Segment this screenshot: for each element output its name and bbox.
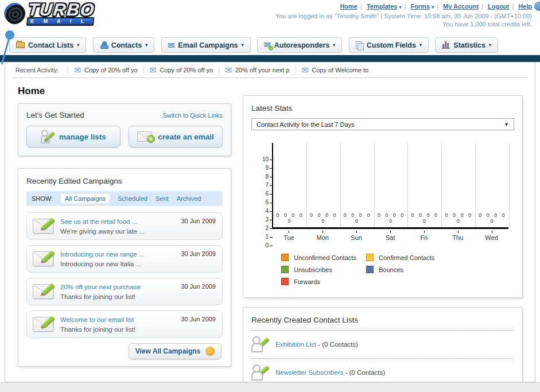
page-title: Home [18,86,231,97]
legend-label: Unsubscribes [294,266,332,273]
campaign-link[interactable]: Introducing our new range ... [60,251,144,258]
contact-list-link[interactable]: Newsletter Subscribers [275,369,343,376]
x-tick-mark [390,231,391,233]
legend-swatch [281,278,289,285]
filter-scheduled[interactable]: Scheduled [118,195,147,202]
manage-lists-button[interactable]: manage lists [26,126,121,148]
contact-list-row[interactable]: Newsletter Subscribers - (0 Contacts) [251,364,514,381]
legend-swatch [366,266,374,273]
tab-statistics[interactable]: Statistics ▾ [435,37,498,53]
campaign-link[interactable]: 20% off your next purchase [60,284,141,290]
latest-stats-panel: Latest Stats Contact Activity for the La… [243,95,523,298]
switch-quick-links-link[interactable]: Switch to Quick Links [162,112,223,119]
campaign-row[interactable]: 20% off your next purchase Thanks for jo… [26,278,223,305]
nav-link-my-account[interactable]: My Account [443,3,479,10]
view-all-campaigns-button[interactable]: View All Campaigns → [129,343,222,359]
legend-swatch [281,266,289,273]
filter-archived[interactable]: Archived [177,195,201,202]
y-tick-label: 3 [251,217,269,223]
recent-activity-item[interactable]: ✉Copy of 20% off yo [68,66,143,74]
y-tick-label: 7 [251,183,269,188]
contact-count: - (0 Contacts) [345,369,385,376]
y-tick-label: 1 [251,234,269,240]
campaign-list: See us at the retail food ... We're givi… [26,212,223,338]
app-window: TURBO E M A I L Home| Templates ▾| Forms… [0,0,540,392]
x-tick-mark [356,231,357,233]
nav-link-forms[interactable]: Forms [410,3,430,10]
dropdown-caret-icon: ▾ [333,42,335,48]
dropdown-caret-icon: ▾ [489,42,491,48]
create-email-button[interactable]: + create an email [129,126,223,148]
legend-item: Unconfirmed Contacts [281,254,366,261]
person-edit-icon [251,336,269,353]
recent-campaigns-panel: Recently Edited Campaigns SHOW: All Camp… [18,168,231,367]
data-values-label: 0 0 0 0 0 [307,212,341,224]
main-nav-tabbar: Contact Lists ▾ Contacts ▾ ✉ Email Campa… [0,36,540,55]
x-tick-label: Sat [374,234,407,241]
y-tick-label: 2 [251,226,269,231]
legend-label: Confirmed Contacts [379,254,434,261]
right-column: Latest Stats Contact Activity for the La… [243,95,523,382]
dropdown-caret-icon: ▾ [399,5,402,10]
campaign-row[interactable]: Welcome to our email list Thanks for joi… [26,311,223,338]
envelope-edit-icon [33,317,53,332]
x-tick-label: Wed [475,234,508,241]
nav-link-logout[interactable]: Logout [488,3,509,10]
envelope-icon: ✉ [168,41,175,49]
y-tick-label: 0 [251,243,269,249]
campaign-link[interactable]: Welcome to our email list [60,316,134,323]
y-tick-mark [270,194,273,195]
nav-link-templates[interactable]: Templates [367,3,398,10]
legend-item: Forwards [281,278,366,285]
campaign-date: 30 Jun 2009 [181,218,216,224]
recent-activity-item[interactable]: ✉20% off your next p [219,66,295,74]
campaign-link[interactable]: See us at the retail food ... [60,218,137,225]
x-tick-label: Mon [306,234,340,241]
y-tick-mark [270,177,273,177]
show-label: SHOW: [32,195,53,202]
filter-all-campaigns[interactable]: All Campaigns [61,194,110,203]
campaign-row[interactable]: Introducing our new range ... Introducin… [26,245,223,273]
nav-link-home[interactable]: Home [340,3,358,10]
help-bubble-icon[interactable] [534,2,540,11]
tab-contacts[interactable]: Contacts ▾ [93,37,155,53]
data-values-label: 0 0 0 0 0 [375,212,409,224]
campaign-row[interactable]: See us at the retail food ... We're givi… [26,212,223,240]
login-info: You are logged in as "Timothy Smith" | S… [275,12,532,28]
contact-activity-chart: 0 0 0 0 00 0 0 0 00 0 0 0 00 0 0 0 00 0 … [251,143,514,247]
filter-sent[interactable]: Sent [156,195,169,202]
dropdown-caret-icon: ▾ [419,42,422,48]
stats-period-dropdown[interactable]: Contact Activity for the Last 7 Days ▼ [251,118,514,130]
x-tick-label: Thu [441,234,475,241]
navy-divider-bar [0,55,540,62]
contact-list-row[interactable]: Exhibition List - (0 Contacts) [251,336,514,353]
y-tick-mark [270,211,273,212]
tab-custom-fields[interactable]: Custom Fields ▾ [349,37,429,53]
envelope-edit-icon [33,284,53,299]
data-values-label: 0 0 0 0 0 [442,212,476,224]
tab-contact-lists[interactable]: Contact Lists ▾ [9,37,86,53]
legend-item: Bounces [366,266,451,273]
footer-bar [0,382,540,392]
y-tick-label: 6 [251,191,269,197]
left-column: Home Let's Get Started Switch to Quick L… [18,78,231,382]
contact-list-link[interactable]: Exhibition List [275,341,316,348]
latest-stats-title: Latest Stats [251,104,292,112]
x-tick-mark [323,231,323,233]
campaign-filter-bar: SHOW: All Campaigns Scheduled Sent Archi… [26,191,223,206]
nav-link-help[interactable]: Help [518,3,532,10]
data-values-label: 0 0 0 0 0 [408,212,442,224]
envelope-edit-icon [33,251,53,266]
tab-autoresponders[interactable]: ✉→ Autoresponders ▾ [257,37,342,53]
credits-line: You have 1,000 total credits left. [275,20,532,28]
y-tick-mark [270,220,273,220]
legend-label: Unconfirmed Contacts [294,254,356,261]
tab-email-campaigns[interactable]: ✉ Email Campaigns ▾ [161,37,251,53]
person-icon [100,41,108,49]
dropdown-arrow-icon: ▼ [504,122,509,127]
y-tick-mark [270,168,273,169]
legend-swatch [281,254,289,261]
contact-lists-panel: Recently Created Contact Lists Exhibitio… [243,307,523,382]
recent-activity-item[interactable]: ✉Copy of 20% off yo [143,66,219,74]
recent-activity-item[interactable]: ✉Copy of Welcome to [296,66,375,74]
